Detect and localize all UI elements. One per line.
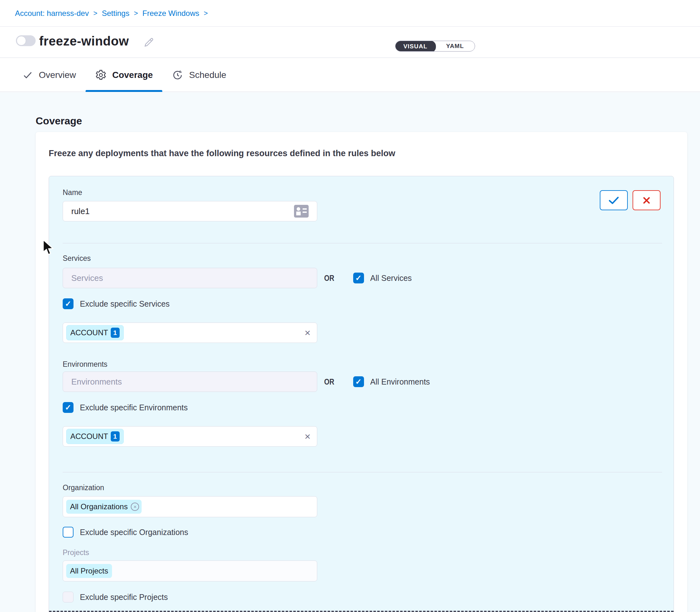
exclude-organizations-label: Exclude specific Organizations	[80, 528, 188, 537]
projects-label: Projects	[63, 548, 89, 557]
all-environments-label: All Environments	[370, 377, 430, 387]
tab-coverage-label: Coverage	[112, 70, 153, 80]
freeze-enable-toggle[interactable]	[16, 35, 36, 46]
tag-count-badge: 1	[111, 431, 120, 442]
schedule-icon	[172, 69, 183, 81]
tag-count-badge: 1	[111, 328, 120, 338]
toggle-knob	[16, 36, 26, 45]
confirm-rule-button[interactable]	[600, 190, 628, 210]
excluded-environments-input[interactable]: ACCOUNT 1 ×	[63, 426, 317, 447]
breadcrumb-separator: >	[134, 9, 138, 17]
check-icon	[22, 70, 33, 81]
projects-input[interactable]: All Projects	[63, 560, 317, 582]
all-services-checkbox[interactable]: ✓	[353, 273, 364, 283]
cancel-x-icon	[642, 195, 651, 206]
rule-name-value: rule1	[71, 206, 90, 216]
freeze-window-title: freeze-window	[39, 34, 129, 48]
tab-bar: Overview Coverage Schedule	[0, 58, 700, 92]
environments-label: Environments	[63, 360, 108, 368]
exclude-organizations-checkbox[interactable]	[63, 527, 73, 538]
breadcrumb-account-link[interactable]: Account: harness-dev	[15, 9, 89, 18]
organization-input[interactable]: All Organizations ×	[63, 496, 317, 517]
breadcrumb-settings-link[interactable]: Settings	[102, 9, 129, 18]
all-projects-tag: All Projects	[66, 564, 112, 578]
all-projects-label: All Projects	[70, 567, 108, 575]
id-card-icon	[294, 205, 308, 218]
edit-title-icon[interactable]	[143, 37, 155, 49]
checkmark-icon: ✓	[65, 404, 71, 411]
checkmark-icon: ✓	[355, 274, 361, 282]
confirm-check-icon	[607, 195, 620, 206]
all-organizations-label: All Organizations	[70, 502, 127, 511]
services-or-label: OR	[324, 274, 334, 283]
services-input[interactable]	[63, 268, 317, 288]
exclude-environments-checkbox[interactable]: ✓	[63, 402, 73, 413]
freeze-rule-panel: Name rule1 Services OR	[49, 176, 674, 612]
exclude-services-label: Exclude specific Services	[80, 299, 169, 308]
tab-coverage[interactable]: Coverage	[86, 58, 163, 92]
checkmark-icon: ✓	[65, 300, 71, 308]
tag-scope-label: ACCOUNT	[70, 432, 108, 441]
coverage-intro-text: Freeze any deployments that have the fol…	[49, 149, 395, 158]
tab-overview[interactable]: Overview	[22, 58, 86, 92]
excluded-services-input[interactable]: ACCOUNT 1 ×	[63, 322, 317, 343]
all-environments-checkbox[interactable]: ✓	[353, 376, 364, 387]
environments-input[interactable]	[63, 372, 317, 392]
visual-yaml-toggle: VISUAL YAML	[395, 41, 475, 52]
rule-name-input[interactable]: rule1	[63, 201, 317, 221]
divider	[63, 243, 662, 244]
all-organizations-tag: All Organizations ×	[66, 500, 141, 514]
breadcrumb: Account: harness-dev > Settings > Freeze…	[0, 0, 700, 27]
services-label: Services	[63, 254, 91, 263]
checkmark-icon: ✓	[355, 378, 361, 386]
exclude-environments-label: Exclude specific Environments	[80, 403, 188, 412]
clear-environments-icon[interactable]: ×	[304, 431, 311, 442]
title-bar: freeze-window	[0, 27, 700, 58]
breadcrumb-separator: >	[204, 9, 208, 17]
tab-overview-label: Overview	[39, 70, 76, 80]
tab-schedule-label: Schedule	[189, 70, 226, 80]
excluded-environments-tag[interactable]: ACCOUNT 1	[66, 429, 124, 444]
divider	[63, 472, 662, 472]
remove-organizations-icon[interactable]: ×	[131, 503, 139, 511]
next-element-dashed-edge	[49, 611, 674, 612]
yaml-toggle-button[interactable]: YAML	[435, 41, 475, 51]
visual-toggle-button[interactable]: VISUAL	[395, 41, 436, 52]
organization-label: Organization	[63, 484, 104, 492]
coverage-heading: Coverage	[36, 115, 82, 127]
breadcrumb-freeze-windows-link[interactable]: Freeze Windows	[142, 9, 200, 18]
clear-services-icon[interactable]: ×	[304, 328, 311, 338]
breadcrumb-separator: >	[93, 9, 97, 17]
name-label: Name	[63, 188, 82, 197]
tab-schedule[interactable]: Schedule	[162, 58, 236, 92]
coverage-tab-panel: Coverage Freeze any deployments that hav…	[0, 92, 700, 612]
excluded-services-tag[interactable]: ACCOUNT 1	[66, 325, 124, 340]
gear-icon	[95, 69, 107, 81]
exclude-services-checkbox[interactable]: ✓	[63, 298, 73, 309]
mouse-cursor	[42, 239, 55, 257]
exclude-projects-checkbox[interactable]	[63, 592, 73, 602]
delete-rule-button[interactable]	[633, 190, 661, 210]
tag-scope-label: ACCOUNT	[70, 328, 108, 337]
all-services-label: All Services	[370, 274, 412, 283]
environments-or-label: OR	[324, 377, 334, 387]
exclude-projects-label: Exclude specific Projects	[80, 593, 168, 602]
coverage-card: Freeze any deployments that have the fol…	[36, 132, 687, 612]
